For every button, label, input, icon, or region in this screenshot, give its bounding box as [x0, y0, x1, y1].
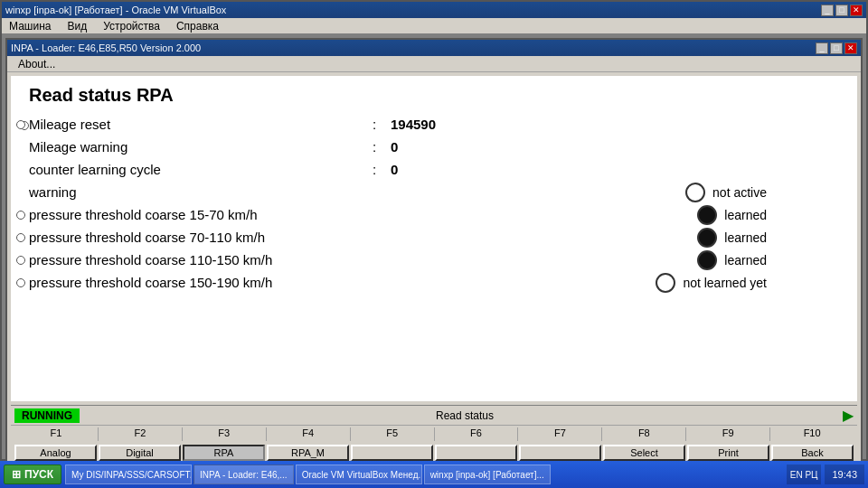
- mileage-reset-value: 194590: [391, 117, 436, 132]
- warning-indicator: not active: [685, 183, 767, 202]
- system-tray: EN РЦ: [787, 465, 822, 484]
- close-button[interactable]: ✕: [850, 5, 863, 16]
- taskbar-item-1[interactable]: INPA - Loader: E46,...: [193, 465, 294, 484]
- taskbar-item-3-label: winxp [inpa-ok] [Работает]...: [430, 470, 544, 480]
- btn-digital[interactable]: Digital: [99, 445, 181, 461]
- radio-mileage-reset: [16, 120, 25, 129]
- mileage-warning-label: Mileage warning: [29, 139, 373, 155]
- start-windows-icon: ⊞: [12, 468, 21, 481]
- mileage-warning-row: Mileage warning : 0: [29, 139, 839, 155]
- btn-f6[interactable]: [435, 445, 517, 461]
- warning-status: not active: [712, 185, 767, 200]
- taskbar-item-2-label: Oracle VM VirtualBox Менед...: [302, 470, 422, 480]
- pressure-150-190-circle: [656, 273, 675, 293]
- pressure-15-70-indicator: learned: [697, 205, 767, 225]
- virtualbox-title: winxp [inpa-ok] [Работает] - Oracle VM V…: [5, 5, 226, 15]
- mileage-warning-colon: :: [373, 139, 391, 155]
- btn-print[interactable]: Print: [687, 445, 769, 461]
- fkey-f3: F3: [183, 427, 267, 441]
- btn-select[interactable]: Select: [603, 445, 685, 461]
- fkey-f1: F1: [14, 427, 99, 441]
- running-badge: RUNNING: [14, 408, 80, 423]
- pressure-15-70-status: learned: [724, 208, 767, 222]
- fkey-f9: F9: [686, 427, 770, 441]
- menu-devices[interactable]: Устройства: [99, 20, 164, 33]
- menu-machine[interactable]: Машина: [5, 20, 54, 33]
- button-bar: Analog Digital RPA RPA_M Select Print Ba…: [11, 443, 857, 463]
- clock-time: 19:43: [832, 469, 857, 480]
- status-arrow: ▶: [843, 407, 854, 424]
- status-bar: RUNNING Read status ▶: [11, 405, 857, 425]
- taskbar-item-0-label: My DIS/INPA/SSS/CARSOFT/NA...: [71, 470, 192, 480]
- pressure-110-150-circle: [697, 250, 717, 270]
- fkey-f5: F5: [351, 427, 435, 441]
- menu-help[interactable]: Справка: [173, 20, 222, 33]
- taskbar-item-0[interactable]: My DIS/INPA/SSS/CARSOFT/NA...: [65, 465, 192, 484]
- pressure-70-110-circle: [697, 228, 717, 248]
- about-menu-item[interactable]: About...: [14, 58, 59, 70]
- btn-f7[interactable]: [519, 445, 601, 461]
- pressure-70-110-row: pressure threshold coarse 70-110 km/h le…: [29, 230, 839, 245]
- pressure-110-150-status: learned: [724, 253, 767, 267]
- warning-row: warning not active: [29, 184, 839, 200]
- radio-15-70: [16, 211, 25, 220]
- mileage-warning-value: 0: [391, 139, 398, 155]
- counter-learning-label: counter learning cycle: [29, 162, 373, 177]
- warning-circle: [685, 183, 705, 202]
- virtualbox-title-bar: winxp [inpa-ok] [Работает] - Oracle VM V…: [2, 2, 866, 18]
- taskbar-item-1-label: INPA - Loader: E46,...: [200, 470, 288, 480]
- inpa-menu-bar: About...: [7, 56, 861, 72]
- btn-f5[interactable]: [351, 445, 433, 461]
- counter-learning-row: counter learning cycle : 0: [29, 162, 839, 177]
- taskbar-item-3[interactable]: winxp [inpa-ok] [Работает]...: [424, 465, 551, 484]
- pressure-150-190-indicator: not learned yet: [656, 273, 767, 293]
- fkey-f4: F4: [267, 427, 351, 441]
- btn-back[interactable]: Back: [771, 445, 854, 461]
- radio-70-110: [16, 233, 25, 242]
- inpa-maximize-btn[interactable]: □: [830, 42, 843, 54]
- pressure-70-110-indicator: learned: [697, 228, 767, 248]
- start-button[interactable]: ⊞ ПУСК: [4, 465, 61, 484]
- inpa-minimize-btn[interactable]: _: [816, 42, 828, 54]
- status-label: Read status: [87, 409, 843, 422]
- maximize-button[interactable]: □: [835, 5, 848, 16]
- radio-150-190: [16, 278, 25, 287]
- pressure-70-110-status: learned: [724, 230, 767, 245]
- pressure-15-70-circle: [697, 205, 717, 225]
- btn-rpa[interactable]: RPA: [183, 445, 265, 461]
- fkey-f7: F7: [518, 427, 602, 441]
- inpa-title-bar: INPA - Loader: E46,E85,R50 Version 2.000…: [7, 40, 861, 56]
- taskbar: ⊞ ПУСК My DIS/INPA/SSS/CARSOFT/NA... INP…: [0, 461, 868, 488]
- inpa-close-btn[interactable]: ✕: [844, 42, 857, 54]
- fkey-f2: F2: [99, 427, 183, 441]
- title-bar-buttons: _ □ ✕: [821, 5, 863, 16]
- content-area: Read status RPA Mileage reset : 194590 M…: [11, 76, 857, 401]
- counter-learning-value: 0: [391, 162, 398, 177]
- taskbar-items: My DIS/INPA/SSS/CARSOFT/NA... INPA - Loa…: [65, 465, 783, 484]
- pressure-110-150-row: pressure threshold coarse 110-150 km/h l…: [29, 252, 839, 267]
- page-title: Read status RPA: [29, 85, 839, 106]
- mileage-reset-row: Mileage reset : 194590: [29, 117, 839, 132]
- btn-rpa-m[interactable]: RPA_M: [267, 445, 349, 461]
- pressure-150-190-status: not learned yet: [683, 276, 767, 290]
- pressure-150-190-row: pressure threshold coarse 150-190 km/h n…: [29, 275, 839, 290]
- inpa-title: INPA - Loader: E46,E85,R50 Version 2.000: [11, 42, 201, 53]
- menu-view[interactable]: Вид: [63, 20, 90, 33]
- mileage-reset-label: Mileage reset: [29, 117, 373, 132]
- btn-analog[interactable]: Analog: [14, 445, 97, 461]
- mileage-reset-colon: :: [373, 117, 391, 132]
- pressure-15-70-row: pressure threshold coarse 15-70 km/h lea…: [29, 207, 839, 222]
- inpa-title-buttons: _ □ ✕: [816, 42, 857, 54]
- taskbar-clock: 19:43: [825, 465, 864, 484]
- fkey-f10: F10: [770, 427, 854, 441]
- taskbar-item-2[interactable]: Oracle VM VirtualBox Менед...: [296, 465, 422, 484]
- sys-tray-text: EN РЦ: [790, 470, 818, 480]
- counter-learning-colon: :: [373, 162, 391, 177]
- start-label: ПУСК: [24, 468, 53, 481]
- pressure-110-150-indicator: learned: [697, 250, 767, 270]
- minimize-button[interactable]: _: [821, 5, 834, 16]
- virtualbox-menu-bar: Машина Вид Устройства Справка: [2, 18, 866, 34]
- radio-110-150: [16, 256, 25, 265]
- fkey-f6: F6: [435, 427, 519, 441]
- fkey-bar: F1 F2 F3 F4 F5 F6 F7 F8 F9 F10: [11, 425, 857, 443]
